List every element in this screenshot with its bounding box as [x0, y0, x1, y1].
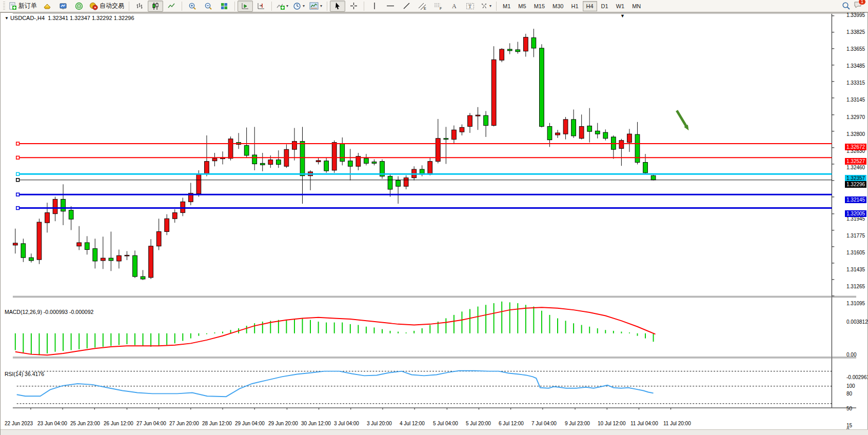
vertical-line-button[interactable] — [367, 1, 382, 12]
price-tick-label: 1.33655 — [846, 46, 865, 52]
price-tick-label: 1.33145 — [846, 97, 865, 103]
arrows-icon — [480, 2, 488, 10]
toolbar-separator — [327, 2, 327, 11]
timeframe-button-m5[interactable]: M5 — [515, 1, 529, 11]
zoom-out-button[interactable] — [201, 1, 216, 12]
text-button[interactable]: A — [446, 1, 462, 12]
macd-label: MACD(12,26,9) -0.000993 -0.000092 — [5, 309, 93, 315]
trendline-button[interactable] — [399, 1, 414, 12]
templates-button[interactable]: ▾ — [307, 1, 324, 12]
time-tick-label: 27 Jun 20:00 — [169, 421, 199, 426]
indicator-axis-label: 80 — [846, 391, 852, 397]
quote-open: 1.32341 — [48, 15, 68, 21]
chart-canvas[interactable] — [1, 13, 868, 435]
time-tick-label: 3 Jul 20:00 — [367, 421, 392, 426]
price-tick-label: 1.32800 — [846, 131, 865, 137]
horizontal-line-button[interactable] — [383, 1, 398, 12]
time-tick-label: 28 Jun 12:00 — [202, 421, 232, 426]
crosshair-button[interactable] — [346, 1, 361, 12]
auto-scroll-button[interactable] — [238, 1, 253, 12]
text-label-icon: T — [466, 2, 475, 10]
toolbar-separator — [271, 2, 272, 11]
quote-close: 1.32296 — [114, 15, 134, 21]
indicator-axis-label: 50 — [846, 406, 852, 411]
equidistant-channel-button[interactable]: E — [415, 1, 430, 12]
timeframe-button-w1[interactable]: W1 — [613, 1, 628, 11]
market-watch-icon — [59, 2, 67, 10]
cursor-icon — [334, 2, 341, 10]
zoom-out-icon — [204, 2, 212, 10]
time-tick-label: 3 Jul 04:00 — [334, 421, 359, 426]
text-label-button[interactable]: T — [462, 1, 478, 12]
line-chart-button[interactable] — [164, 1, 179, 12]
market-watch-button[interactable] — [55, 1, 71, 12]
price-tick-label: 1.31605 — [846, 250, 865, 255]
timeframe-button-d1[interactable]: D1 — [598, 1, 612, 11]
time-tick-label: 9 Jul 23:00 — [565, 421, 590, 426]
new-order-button[interactable]: 新订单 — [7, 1, 39, 12]
candle-chart-icon — [151, 2, 160, 10]
time-tick-label: 11 Jul 20:00 — [663, 421, 691, 426]
time-tick-label: 7 Jul 04:00 — [531, 421, 557, 426]
zoom-in-icon — [188, 2, 196, 10]
price-tick-label: 1.31775 — [846, 233, 865, 239]
channel-icon: E — [418, 2, 427, 10]
time-tick-label: 23 Jun 04:00 — [37, 421, 67, 426]
dropdown-caret-icon: ▾ — [320, 4, 322, 8]
chart-collapse-icon[interactable]: ▼ — [5, 16, 9, 21]
chart-shift-button[interactable] — [253, 1, 269, 12]
timeframe-toolbar: M1M5M15M30H1H4D1W1MN — [499, 1, 644, 11]
bar-chart-button[interactable] — [132, 1, 147, 12]
search-icon[interactable] — [842, 2, 851, 10]
dropdown-caret-icon: ▾ — [489, 4, 491, 8]
price-tick-label: 1.32460 — [846, 165, 865, 170]
time-tick-label: 6 Jul 12:00 — [499, 421, 524, 426]
fibonacci-button[interactable]: F — [430, 1, 446, 12]
zoom-in-button[interactable] — [185, 1, 200, 12]
main-toolbar: 新订单 — [0, 0, 868, 12]
line-chart-icon — [167, 2, 175, 10]
periods-icon — [293, 2, 301, 10]
hline-anchor — [16, 156, 19, 159]
time-tick-label: 10 Jul 12:00 — [598, 421, 626, 426]
timeframe-button-m15[interactable]: M15 — [530, 1, 548, 11]
hline-price-tag: 1.32672 — [845, 144, 866, 150]
chart-shift-icon — [257, 2, 265, 10]
toolbar-separator — [129, 2, 129, 11]
svg-text:E: E — [424, 7, 426, 10]
time-tick-label: 5 Jul 20:00 — [466, 421, 491, 426]
timeframe-button-m1[interactable]: M1 — [499, 1, 514, 11]
chart-title[interactable]: ▼USDCAD-,H4 1.32341 1.32347 1.32292 1.32… — [5, 15, 134, 21]
tile-windows-button[interactable] — [216, 1, 232, 12]
timeframe-button-h1[interactable]: H1 — [567, 1, 582, 11]
cursor-button[interactable] — [330, 1, 345, 12]
timeframe-button-m30[interactable]: M30 — [549, 1, 567, 11]
autotrade-button[interactable]: 自动交易 — [87, 1, 126, 12]
signals-button[interactable] — [71, 1, 87, 12]
arrows-button[interactable]: ▾ — [478, 1, 494, 12]
price-tick-label: 1.32970 — [846, 114, 865, 120]
periods-button[interactable]: ▾ — [291, 1, 307, 12]
indicators-button[interactable]: ▾ — [274, 1, 290, 12]
tile-windows-icon — [220, 2, 228, 10]
indicators-icon — [277, 2, 285, 10]
indicator-axis-label: -0.002961 — [846, 374, 868, 380]
chart-shift-marker-icon[interactable]: ▼ — [620, 13, 625, 18]
time-tick-label: 26 Jun 12:00 — [104, 421, 133, 426]
timeframe-button-mn[interactable]: MN — [628, 1, 644, 11]
svg-text:A: A — [452, 3, 457, 10]
autotrade-icon — [89, 2, 98, 10]
hline-anchor — [16, 179, 19, 182]
candle-chart-button[interactable] — [148, 1, 163, 12]
toolbar-separator — [364, 2, 364, 11]
text-icon: A — [450, 2, 458, 10]
history-center-button[interactable] — [40, 1, 55, 12]
hline-price-tag: 1.32145 — [845, 196, 866, 203]
timeframe-button-h4[interactable]: H4 — [583, 1, 597, 11]
indicator-axis-label: 100 — [846, 383, 855, 389]
indicator-axis-label: 0.00 — [846, 352, 856, 358]
vertical-line-icon — [371, 2, 378, 10]
svg-text:F: F — [440, 7, 442, 10]
notifications[interactable]: 1 — [854, 1, 863, 11]
toolbar-right: 1 — [842, 1, 868, 11]
